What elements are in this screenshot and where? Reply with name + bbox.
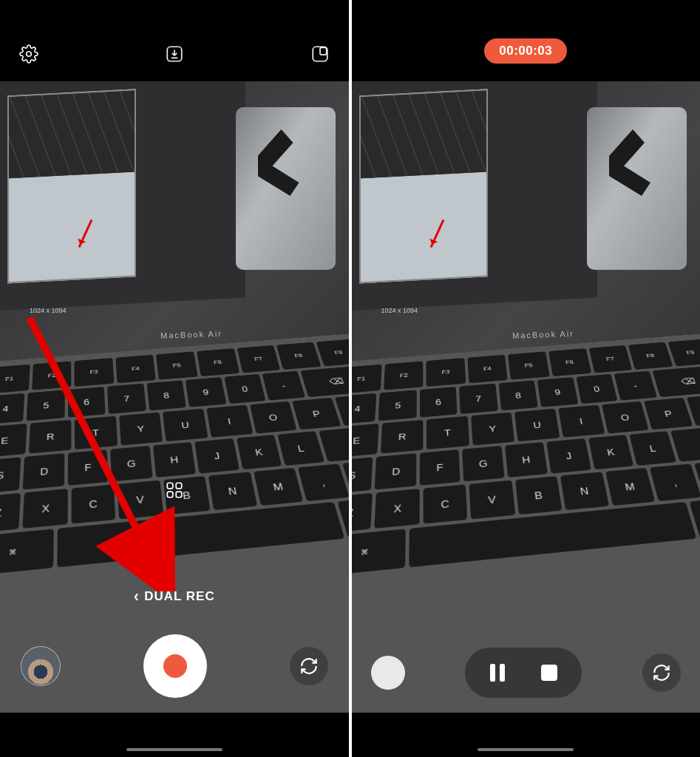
svg-rect-4 xyxy=(167,483,173,489)
snapshot-button[interactable] xyxy=(371,656,405,690)
switch-camera-button[interactable] xyxy=(290,647,328,685)
timer-text: 00:00:03 xyxy=(499,44,552,58)
switch-camera-button[interactable] xyxy=(642,654,681,692)
laptop-model-label: MacBook Air xyxy=(512,329,574,340)
filters-grid-icon[interactable] xyxy=(165,481,184,500)
image-dimensions: 1024 x 1094 xyxy=(30,307,67,314)
pip-front-camera-overlay[interactable] xyxy=(236,107,336,270)
record-indicator-icon xyxy=(163,654,187,678)
recording-timer-pill: 00:00:03 xyxy=(484,38,567,64)
stop-button[interactable] xyxy=(527,655,571,690)
recording-controls xyxy=(352,648,701,698)
dual-screenshot-container: 1024 x 1094 MacBook Air F1F2F3F4F5F6F7F8… xyxy=(0,0,700,757)
svg-rect-5 xyxy=(176,483,182,489)
gallery-thumbnail-button[interactable] xyxy=(21,646,61,686)
mode-text: DUAL REC xyxy=(144,589,215,604)
top-toolbar xyxy=(0,35,349,72)
pause-button[interactable] xyxy=(475,655,520,690)
home-indicator[interactable] xyxy=(126,748,222,751)
laptop-model-label: MacBook Air xyxy=(160,329,222,340)
pause-stop-group xyxy=(465,648,582,698)
phone-left-prerecord: 1024 x 1094 MacBook Air F1F2F3F4F5F6F7F8… xyxy=(0,0,349,757)
bottom-controls: DUAL REC xyxy=(0,587,349,713)
phone-right-recording: 00:00:03 1024 x 1094 MacBook Air F1F2F3F… xyxy=(352,0,701,757)
camera-mode-label[interactable]: DUAL REC xyxy=(134,587,215,606)
home-indicator[interactable] xyxy=(478,748,574,751)
record-shutter-button[interactable] xyxy=(143,634,207,698)
stop-icon xyxy=(541,665,557,681)
svg-rect-3 xyxy=(320,47,327,55)
download-icon[interactable] xyxy=(163,43,186,65)
camera-viewfinder[interactable]: 1024 x 1094 MacBook Air F1F2F3F4F5F6F7F8… xyxy=(352,81,701,713)
svg-point-0 xyxy=(27,52,32,57)
pause-icon xyxy=(490,664,505,682)
settings-icon[interactable] xyxy=(18,43,40,65)
image-dimensions: 1024 x 1094 xyxy=(381,307,418,314)
pip-front-camera-overlay[interactable] xyxy=(587,107,687,270)
pip-layout-icon[interactable] xyxy=(309,43,331,65)
svg-rect-6 xyxy=(167,492,173,498)
svg-rect-7 xyxy=(176,492,182,498)
